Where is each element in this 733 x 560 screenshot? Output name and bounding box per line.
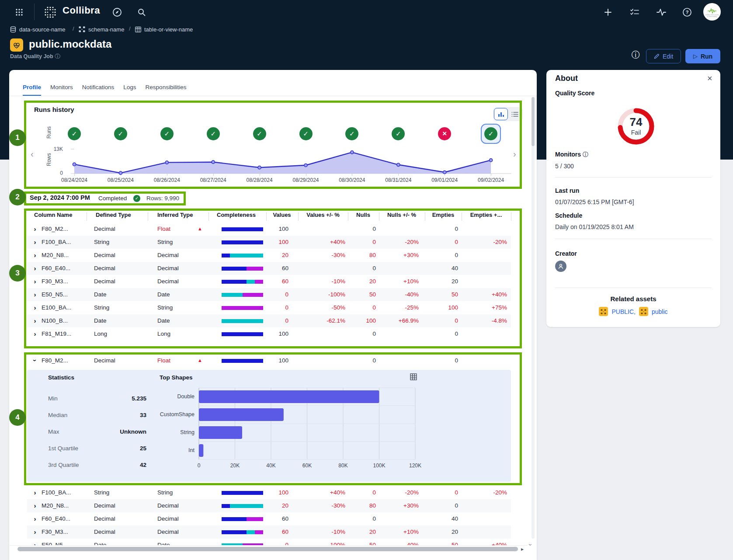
row-expand-chevron[interactable]: › — [31, 264, 38, 272]
tab-responsibilities[interactable]: Responsibilities — [146, 84, 187, 96]
horizontal-scrollbar-track[interactable] — [10, 545, 528, 553]
chart-view-button[interactable] — [494, 108, 508, 120]
apps-grid-icon[interactable] — [12, 5, 26, 19]
scroll-right-arrow-icon[interactable]: ▸ — [521, 546, 524, 552]
subtitle-info-icon[interactable]: ⓘ — [55, 53, 60, 59]
run-status-success-icon[interactable]: ✓ — [68, 127, 81, 140]
row-expand-chevron[interactable]: › — [31, 317, 38, 324]
activity-pulse-icon[interactable] — [654, 5, 668, 19]
row-expand-chevron[interactable]: › — [31, 304, 38, 311]
cell-defined-type: Decimal — [94, 357, 115, 364]
breadcrumb-item-table[interactable]: table-or-view-name — [135, 25, 193, 33]
cell-value: +10% — [375, 529, 419, 535]
shape-category-label: CustomShape — [133, 411, 195, 417]
creator-avatar[interactable] — [555, 261, 566, 272]
cell-value: 100 — [414, 304, 458, 311]
column-header[interactable]: Completeness — [217, 212, 256, 218]
tab-profile[interactable]: Profile — [23, 84, 41, 96]
row-expand-chevron[interactable]: › — [31, 225, 38, 233]
bar-segment-blue — [222, 530, 247, 534]
column-header[interactable]: Inferred Type — [157, 212, 193, 218]
row-expand-chevron[interactable]: › — [31, 238, 38, 246]
breadcrumb-separator: / — [129, 25, 131, 32]
row-expand-chevron[interactable]: › — [31, 278, 38, 285]
avatar-glyph: Collibra Data Quality & Observability — [703, 3, 721, 21]
tasks-checklist-icon[interactable] — [628, 5, 642, 19]
bar-segment-blue — [222, 254, 230, 257]
row-expand-chevron[interactable]: › — [31, 502, 38, 509]
annotation-number-2: 2 — [9, 189, 26, 205]
cell-value: +10% — [375, 278, 419, 285]
edit-button[interactable]: Edit — [646, 49, 681, 63]
column-header[interactable]: Empties +... — [455, 212, 517, 218]
cell-defined-type: Date — [94, 317, 107, 324]
bar-segment-cyan — [222, 293, 243, 297]
help-icon[interactable]: ? — [680, 5, 694, 19]
run-status-success-icon[interactable]: ✓ — [253, 127, 266, 140]
row-expand-chevron[interactable]: › — [31, 291, 38, 298]
row-expand-chevron[interactable]: › — [31, 515, 38, 522]
related-asset-link-public[interactable]: public — [652, 308, 668, 315]
svg-text:& Observability: & Observability — [707, 16, 717, 17]
run-status-success-icon[interactable]: ✓ — [114, 127, 127, 140]
breadcrumb-item-data-source[interactable]: data-source-name — [10, 25, 66, 33]
scroll-down-arrow-icon[interactable]: › — [527, 544, 534, 546]
cell-value: 100 — [245, 226, 288, 232]
horizontal-scrollbar-thumb[interactable] — [17, 547, 518, 551]
vertical-scrollbar-track[interactable] — [532, 97, 535, 539]
add-icon[interactable] — [601, 5, 615, 19]
vertical-scrollbar-thumb[interactable] — [532, 97, 535, 146]
cell-column-name: F100_BA... — [42, 239, 71, 245]
run-status-success-icon[interactable]: ✓ — [484, 127, 497, 140]
row-collapse-chevron[interactable]: › — [31, 357, 39, 364]
runs-prev-chevron[interactable]: ‹ — [31, 149, 34, 159]
run-date-label: 08/24/2024 — [51, 177, 97, 183]
x-axis-tick-label: 60K — [294, 463, 320, 469]
monitors-info-icon[interactable]: ⓘ — [583, 151, 588, 158]
column-header[interactable]: Defined Type — [96, 212, 131, 218]
run-button[interactable]: ▷ Run — [685, 49, 720, 63]
x-axis-tick-label: 0 — [186, 463, 212, 469]
cell-value: +40% — [463, 291, 507, 298]
row-expand-chevron[interactable]: › — [31, 251, 38, 259]
close-icon[interactable]: × — [707, 73, 712, 83]
pulse-glyph — [657, 8, 666, 16]
tab-monitors[interactable]: Monitors — [50, 84, 73, 96]
cell-inferred-type: Float — [157, 226, 170, 232]
search-icon[interactable] — [135, 5, 149, 19]
search-glyph — [137, 8, 146, 17]
bar-segment-blue — [222, 517, 247, 521]
cell-defined-type: String — [94, 239, 109, 245]
cell-column-name: M20_N8... — [42, 502, 69, 509]
breadcrumb-separator: / — [73, 25, 74, 32]
collibra-logo-icon[interactable] — [43, 5, 57, 19]
divider — [555, 239, 712, 239]
cell-value: 0 — [414, 239, 458, 245]
play-icon: ▷ — [693, 53, 698, 59]
tab-notifications[interactable]: Notifications — [82, 84, 115, 96]
run-date-label: 08/29/2024 — [283, 177, 329, 183]
cell-value: -20% — [375, 239, 419, 245]
shape-category-label: Double — [133, 393, 195, 400]
run-status-success-icon[interactable]: ✓ — [299, 127, 313, 140]
breadcrumb-item-schema[interactable]: schema-name — [79, 25, 124, 33]
related-asset-link-PUBLIC[interactable]: PUBLIC, — [611, 308, 635, 315]
tab-logs[interactable]: Logs — [123, 84, 136, 96]
statistics-title: Statistics — [48, 374, 74, 381]
row-expand-chevron[interactable]: › — [31, 330, 38, 337]
cell-value: 100 — [245, 489, 288, 496]
list-view-button[interactable] — [508, 108, 522, 120]
row-expand-chevron[interactable]: › — [31, 528, 38, 536]
shapes-table-view-icon[interactable] — [410, 373, 417, 380]
run-status-success-icon[interactable]: ✓ — [207, 127, 220, 140]
compass-icon[interactable] — [110, 5, 124, 19]
data-quality-job-badge — [10, 38, 23, 52]
row-expand-chevron[interactable]: › — [31, 489, 38, 496]
cell-value: 0 — [332, 489, 376, 496]
user-avatar[interactable]: Collibra Data Quality & Observability — [703, 3, 721, 21]
run-status-failed-icon[interactable]: × — [438, 127, 451, 140]
cell-value: 20 — [332, 278, 376, 285]
header-info-icon[interactable]: ⓘ — [630, 49, 641, 61]
run-status-success-icon[interactable]: ✓ — [160, 127, 174, 140]
column-header[interactable]: Column Name — [34, 212, 72, 218]
